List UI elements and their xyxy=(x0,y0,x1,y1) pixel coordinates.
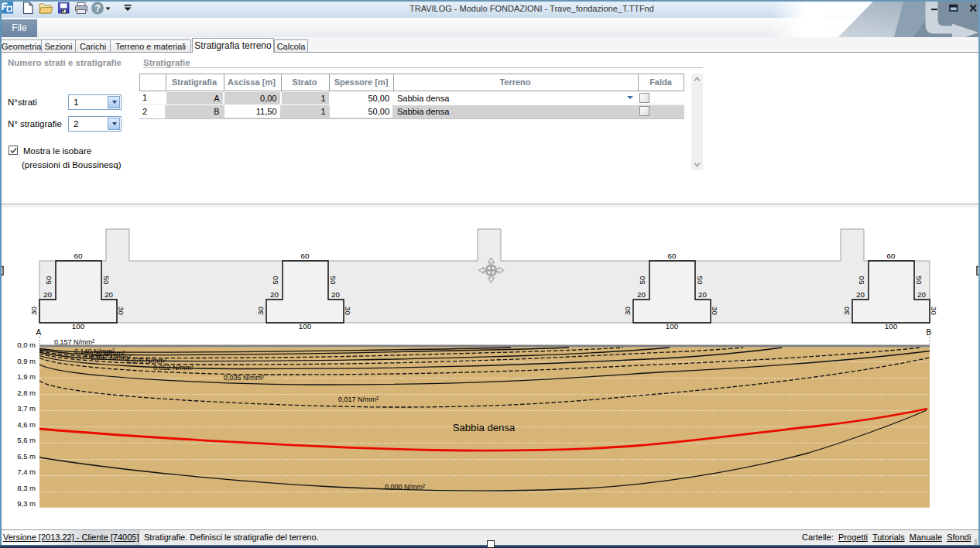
svg-text:100: 100 xyxy=(299,322,312,331)
svg-text:50: 50 xyxy=(915,276,923,285)
svg-text:A: A xyxy=(36,328,42,337)
svg-text:0,052 N/mm²: 0,052 N/mm² xyxy=(153,364,194,372)
svg-text:50: 50 xyxy=(44,276,53,284)
svg-text:30: 30 xyxy=(344,307,352,315)
svg-text:30: 30 xyxy=(256,307,265,315)
svg-text:0,087 N/mm²: 0,087 N/mm² xyxy=(91,354,131,361)
svg-text:50: 50 xyxy=(271,276,279,284)
svg-text:50: 50 xyxy=(696,276,704,285)
svg-text:30: 30 xyxy=(711,307,719,315)
svg-text:B: B xyxy=(927,328,932,337)
svg-text:0,9 m: 0,9 m xyxy=(17,357,36,365)
svg-text:Sabbia densa: Sabbia densa xyxy=(453,422,516,433)
svg-text:9,3 m: 9,3 m xyxy=(17,499,36,508)
svg-text:7,4 m: 7,4 m xyxy=(17,468,36,476)
svg-text:3,7 m: 3,7 m xyxy=(17,404,36,413)
svg-text:60: 60 xyxy=(668,252,677,260)
svg-text:0,000 N/mm²: 0,000 N/mm² xyxy=(385,483,425,491)
svg-text:6,5 m: 6,5 m xyxy=(17,452,36,461)
svg-text:20: 20 xyxy=(917,290,926,299)
svg-text:60: 60 xyxy=(301,252,310,260)
svg-text:50: 50 xyxy=(329,276,338,285)
svg-text:20: 20 xyxy=(270,290,279,299)
svg-text:30: 30 xyxy=(29,307,38,315)
svg-text:20: 20 xyxy=(43,290,52,299)
svg-text:0,035 N/mm²: 0,035 N/mm² xyxy=(224,374,264,382)
svg-text:60: 60 xyxy=(887,252,896,260)
svg-text:30: 30 xyxy=(117,307,125,315)
svg-text:50: 50 xyxy=(102,276,111,285)
svg-text:2,8 m: 2,8 m xyxy=(17,389,36,397)
svg-text:100: 100 xyxy=(885,322,898,331)
svg-text:50: 50 xyxy=(638,276,646,284)
svg-text:8,3 m: 8,3 m xyxy=(17,484,36,492)
svg-text:20: 20 xyxy=(637,290,646,299)
svg-text:30: 30 xyxy=(930,307,938,315)
svg-text:50: 50 xyxy=(857,276,865,284)
svg-text:20: 20 xyxy=(698,290,707,299)
svg-text:20: 20 xyxy=(105,290,113,299)
svg-text:20: 20 xyxy=(331,290,340,299)
svg-text:4,6 m: 4,6 m xyxy=(17,420,36,429)
svg-text:5,6 m: 5,6 m xyxy=(17,436,36,444)
svg-text:100: 100 xyxy=(72,322,85,331)
svg-text:0,017 N/mm²: 0,017 N/mm² xyxy=(338,396,379,403)
svg-text:0,157 N/mm²: 0,157 N/mm² xyxy=(54,338,94,346)
svg-text:?: ? xyxy=(94,3,101,14)
svg-text:1,9 m: 1,9 m xyxy=(17,372,36,381)
svg-text:20: 20 xyxy=(856,290,865,299)
svg-text:100: 100 xyxy=(666,322,679,331)
svg-text:30: 30 xyxy=(623,307,632,315)
svg-text:0,0 m: 0,0 m xyxy=(17,341,36,349)
svg-text:30: 30 xyxy=(842,307,851,315)
svg-text:60: 60 xyxy=(74,252,83,260)
